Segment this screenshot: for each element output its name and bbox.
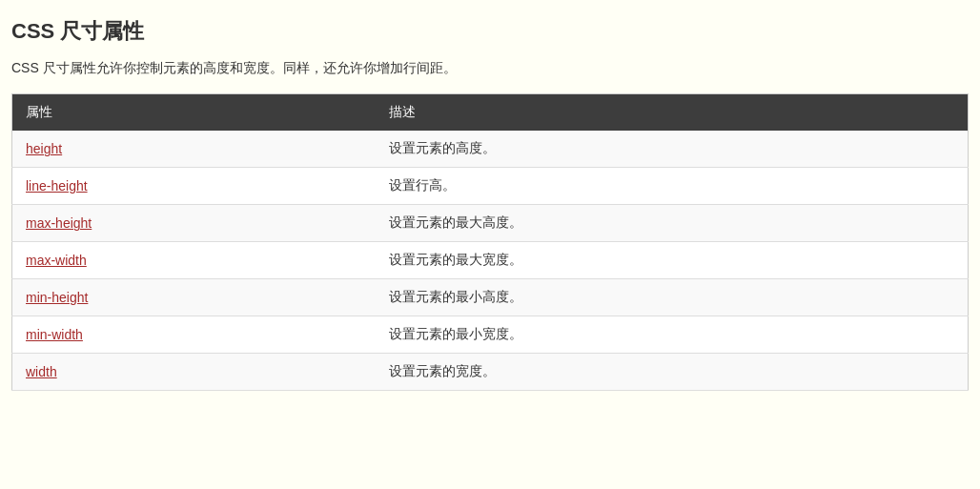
table-row: min-width设置元素的最小宽度。 — [12, 316, 969, 354]
table-row: line-height设置行高。 — [12, 168, 969, 205]
col-header-description: 描述 — [376, 94, 969, 132]
description-cell: 设置元素的最小高度。 — [376, 279, 969, 316]
page-title: CSS 尺寸属性 — [11, 17, 969, 46]
property-link[interactable]: max-height — [26, 215, 92, 231]
table-row: min-height设置元素的最小高度。 — [12, 279, 969, 316]
property-cell: min-width — [12, 316, 376, 354]
property-link[interactable]: height — [26, 141, 62, 156]
property-cell: line-height — [12, 168, 376, 205]
property-cell: height — [12, 131, 376, 168]
description-cell: 设置元素的高度。 — [376, 131, 969, 168]
property-cell: max-height — [12, 205, 376, 242]
description-cell: 设置元素的最大宽度。 — [376, 242, 969, 279]
col-header-property: 属性 — [12, 94, 376, 132]
description-cell: 设置元素的宽度。 — [376, 354, 969, 391]
property-link[interactable]: min-width — [26, 327, 83, 342]
page-description: CSS 尺寸属性允许你控制元素的高度和宽度。同样，还允许你增加行间距。 — [11, 57, 969, 78]
description-cell: 设置元素的最小宽度。 — [376, 316, 969, 354]
table-row: height设置元素的高度。 — [12, 131, 969, 168]
property-cell: width — [12, 354, 376, 391]
table-row: max-width设置元素的最大宽度。 — [12, 242, 969, 279]
table-header-row: 属性 描述 — [12, 94, 969, 132]
property-link[interactable]: width — [26, 364, 57, 379]
property-link[interactable]: min-height — [26, 290, 88, 305]
properties-table: 属性 描述 height设置元素的高度。line-height设置行高。max-… — [11, 93, 969, 391]
table-row: max-height设置元素的最大高度。 — [12, 205, 969, 242]
property-cell: max-width — [12, 242, 376, 279]
property-link[interactable]: max-width — [26, 253, 87, 268]
description-cell: 设置元素的最大高度。 — [376, 205, 969, 242]
property-link[interactable]: line-height — [26, 178, 88, 194]
table-row: width设置元素的宽度。 — [12, 354, 969, 391]
property-cell: min-height — [12, 279, 376, 316]
description-cell: 设置行高。 — [376, 168, 969, 205]
